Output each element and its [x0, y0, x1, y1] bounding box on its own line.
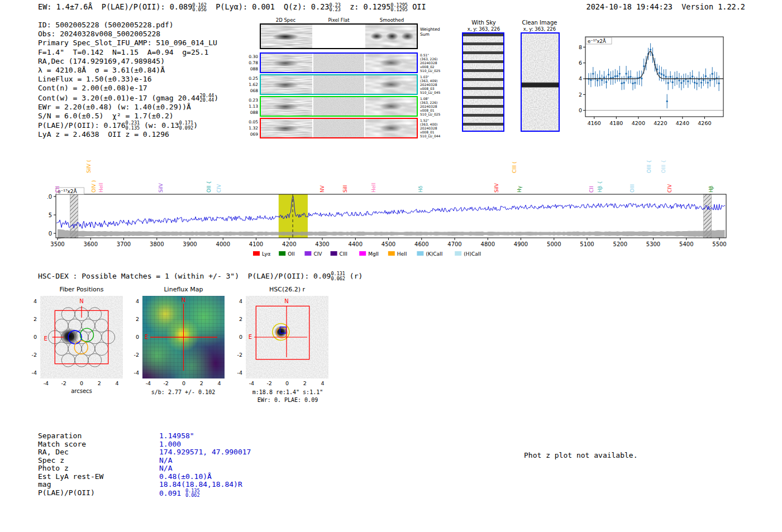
info-line: λ = 4210.8Å σ = 3.61(±0.84)Å	[38, 66, 278, 75]
lineflux-map-title: Lineflux Map	[142, 286, 225, 293]
spectrum-xtick: 4900	[514, 241, 528, 247]
info-line: Primary Spec_Slot_IFU_AMP: 510_096_014_L…	[38, 39, 278, 47]
match-table-label: RA, Dec	[38, 448, 69, 456]
match-table-value: 174.929571, 47.990017	[159, 448, 251, 456]
spectrum-xtick: 4600	[414, 241, 428, 247]
spectrum-xtick: 4400	[349, 241, 363, 247]
info-line: LyA z = 2.4638 OII z = 0.1296	[38, 130, 278, 139]
fiber-positions-cutout: NE	[40, 296, 123, 378]
fiber-xaxis-label: arcsecs	[40, 388, 123, 394]
emission-smudge	[261, 25, 312, 48]
cutout-xtick: 4	[213, 380, 226, 386]
spectrum-xtick: 5400	[679, 241, 693, 247]
spectrum-ytick: 10	[47, 194, 52, 200]
line-fit-plot: 41604180420042204240426002468e⁻¹⁷x2Å	[564, 25, 743, 128]
line-marker-label: CIII (	[512, 161, 517, 173]
smoothed-cell	[365, 25, 417, 48]
spec2d-row-metrics: 0.251.62068	[244, 75, 258, 94]
fitplot-ytick: 0	[579, 107, 582, 113]
pixelflat-cell	[313, 119, 365, 137]
emission-smudge	[261, 54, 312, 72]
spec2d-row	[260, 96, 418, 117]
legend-label: OII	[288, 251, 294, 257]
text-segment: P(LAE)/P(OII): 0.176	[38, 121, 126, 130]
legend-label: (K)CaII	[426, 251, 442, 257]
line-marker-label: Hδ	[418, 185, 423, 193]
spec2d-header-2dspec: 2D Spec	[260, 17, 312, 23]
match-table-label: Est LyA rest-EW	[38, 472, 103, 481]
cutout-xtick: -2	[159, 380, 173, 386]
line-marker-label: SiIV	[158, 183, 164, 193]
text-segment: LineFlux = 1.50(±0.33)e-16	[38, 75, 152, 83]
text-segment: P(Lyα): 0.001 Q(z): 0.23	[207, 2, 329, 11]
cleanimage-coords: x, y: 363, 226	[514, 26, 565, 32]
match-table-label: Spec z	[38, 456, 64, 464]
cutout-xtick: 2	[93, 380, 106, 386]
text-segment: )	[193, 121, 198, 130]
catalog-match-header: HSC-DEX : Possible Matches = 1 (within +…	[38, 271, 363, 281]
stacked-uncertainty: 0.12950.1295	[390, 3, 408, 12]
hsc-cutout: NE	[246, 296, 328, 378]
lineflux-map-overlay: NE	[142, 296, 225, 378]
text-segment: (w: 0.13	[140, 121, 179, 130]
text-segment: (r)	[345, 272, 363, 280]
emission-smudge	[365, 25, 417, 48]
spec2d-row-metrics: 0.231.13088	[244, 97, 258, 116]
emission-smudge	[261, 97, 312, 116]
text-segment: Primary Spec_Slot_IFU_AMP: 510_096_014_L…	[38, 39, 217, 47]
line-marker-label: CIV	[216, 184, 222, 193]
text-segment: S/N = 6.0(±0.5) χ² = 1.7(±0.2)	[38, 112, 174, 120]
text-segment: ID: 5002005228 (5002005228.pdf)	[38, 21, 174, 29]
text-segment: Cont(w) = 3.20(±0.01)e-17 (gmag 20.44	[38, 93, 200, 102]
text-segment: F=1.4" T=0.142 N=1.15 A=0.94 g=25.1	[38, 48, 208, 56]
line-marker-label: OIII	[630, 184, 635, 193]
fitplot-ytick: 6	[579, 60, 582, 66]
spec2d-row-metrics: 0.051.32069	[244, 119, 258, 137]
stacked-uncertainty: 0.2310.135	[126, 121, 140, 130]
text-segment: RA,Dec (174.929169,47.989845)	[38, 57, 165, 65]
line-marker-label: HeII	[371, 183, 376, 193]
legend-swatch	[304, 251, 311, 256]
cutout-ytick: 4	[125, 298, 139, 304]
legend-swatch	[359, 251, 366, 256]
emission-smudge	[365, 97, 417, 116]
line-marker-label: CII	[55, 186, 60, 193]
line-marker-label: SiII	[342, 185, 348, 193]
hsc-caption-2: EWr: 0. PLAE: 0.09	[237, 397, 338, 403]
match-table-label: Photo z	[38, 464, 69, 472]
spectrum-xtick: 3900	[183, 241, 197, 247]
cleanimage-title: Clean Image	[514, 20, 565, 26]
spectrum-xtick: 5300	[646, 241, 660, 247]
spectrum-xtick: 3500	[50, 241, 64, 247]
text-segment: )	[214, 93, 218, 102]
emission-highlight-band	[279, 194, 308, 238]
legend-swatch	[253, 251, 260, 256]
cutout-ytick: -4	[22, 370, 37, 376]
text-segment: Obs: 20240328v008_5002005228	[38, 30, 160, 38]
cutout-xtick: 4	[111, 380, 124, 386]
match-table-value: 0.091 0.1350.062	[159, 488, 200, 498]
cutout-xtick: -4	[141, 380, 155, 386]
fitplot-xtick: 4220	[654, 120, 667, 126]
info-line: Cont(w) = 3.20(±0.01)e-17 (gmag 20.4420.…	[38, 93, 278, 103]
fitplot-ylabel: e⁻¹⁷x2Å	[588, 38, 606, 44]
cutout-ytick: 4	[22, 298, 37, 304]
spectrum-ytick: 5	[49, 212, 52, 218]
header-summary: EW: 1.4±7.6Å P(LAE)/P(OII): 0.0890.1620.…	[38, 2, 426, 12]
spectrum-xtick: 4000	[216, 241, 230, 247]
emission-smudge	[261, 119, 312, 137]
fitplot-ytick: 2	[579, 92, 582, 98]
header-datetime: 2024-10-18 19:44:23 Version 1.22.2	[586, 2, 745, 11]
stacked-uncertainty: 0.1620.056	[192, 3, 207, 12]
match-table-value: 0.48(±0.10)Å	[159, 472, 212, 481]
cleanimage-image	[521, 32, 560, 132]
line-marker-label: CIV	[667, 184, 673, 193]
lineflux-caption: s/b: 2.77 +/- 0.102	[136, 389, 231, 395]
photz-note: Phot z plot not available.	[524, 451, 638, 459]
cutout-ytick: 2	[228, 316, 242, 322]
text-segment: Cont(n) = 2.00(±0.08)e-17	[38, 84, 147, 92]
clean-trace-band	[522, 33, 559, 131]
spec2d-fiber-id: 0.51"(363, 226)20240328v008_02510_LU_025	[420, 53, 446, 73]
cutout-ytick: -2	[228, 352, 242, 358]
spectrum-xtick: 5500	[712, 241, 726, 247]
